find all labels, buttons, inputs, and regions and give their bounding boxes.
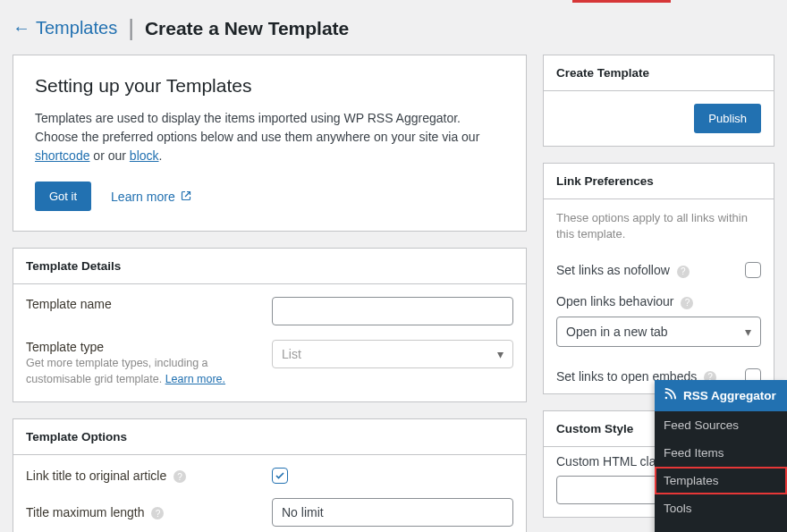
title-max-input[interactable] xyxy=(272,498,513,527)
behaviour-select[interactable]: Open in a new tab ▾ xyxy=(556,317,761,347)
admin-menu-item-templates[interactable]: Templates xyxy=(655,467,787,494)
intro-panel: Setting up your Templates Templates are … xyxy=(13,55,527,232)
external-link-icon xyxy=(181,190,191,204)
help-icon[interactable]: ? xyxy=(151,507,164,519)
publish-button[interactable]: Publish xyxy=(694,104,761,133)
create-template-panel: Create Template Publish xyxy=(543,55,774,147)
admin-menu: RSS Aggregator Feed SourcesFeed ItemsTem… xyxy=(655,380,787,532)
svg-point-0 xyxy=(665,397,668,400)
breadcrumb-back-link[interactable]: Templates xyxy=(36,18,117,38)
behaviour-label: Open links behaviour xyxy=(556,294,674,308)
admin-menu-item-feed-sources[interactable]: Feed Sources xyxy=(655,411,787,439)
accent-bar xyxy=(572,0,671,3)
template-type-select[interactable]: List ▾ xyxy=(272,340,513,368)
template-details-panel: Template Details Template name Template … xyxy=(13,248,527,402)
chevron-down-icon: ▾ xyxy=(497,347,504,361)
back-arrow-icon[interactable]: ← xyxy=(13,18,30,38)
template-type-sub: Get more template types, including a cus… xyxy=(26,356,263,387)
chevron-down-icon: ▾ xyxy=(745,325,751,339)
link-title-label: Link title to original article xyxy=(26,469,166,483)
help-icon[interactable]: ? xyxy=(173,470,186,483)
intro-heading: Setting up your Templates xyxy=(35,75,504,97)
template-options-title: Template Options xyxy=(13,419,526,455)
learn-more-link[interactable]: Learn more xyxy=(111,190,191,204)
admin-menu-head-label: RSS Aggregator xyxy=(683,389,776,402)
title-max-label: Title maximum length xyxy=(26,505,145,519)
block-link[interactable]: block xyxy=(130,148,159,163)
admin-menu-item-tools[interactable]: Tools xyxy=(655,494,787,522)
rss-icon xyxy=(664,388,676,403)
link-title-checkbox[interactable] xyxy=(272,468,288,484)
template-type-learn-more[interactable]: Learn more. xyxy=(165,373,225,385)
admin-menu-item-settings[interactable]: Settings xyxy=(655,522,787,532)
nofollow-checkbox[interactable] xyxy=(745,262,761,278)
admin-menu-head[interactable]: RSS Aggregator xyxy=(655,380,787,411)
breadcrumb: ← Templates | Create a New Template xyxy=(0,0,787,55)
shortcode-link[interactable]: shortcode xyxy=(35,148,89,163)
template-name-input[interactable] xyxy=(272,297,513,325)
link-preferences-title: Link Preferences xyxy=(544,164,774,199)
page-title: Create a New Template xyxy=(145,18,349,39)
behaviour-value: Open in a new tab xyxy=(566,325,668,339)
template-type-value: List xyxy=(282,347,301,361)
admin-menu-item-feed-items[interactable]: Feed Items xyxy=(655,439,787,467)
help-icon[interactable]: ? xyxy=(677,266,690,278)
create-template-title: Create Template xyxy=(544,55,774,91)
learn-more-label: Learn more xyxy=(111,190,175,204)
nofollow-label: Set links as nofollow xyxy=(556,263,670,277)
template-name-label: Template name xyxy=(26,297,263,311)
link-preferences-panel: Link Preferences These options apply to … xyxy=(543,163,774,394)
help-icon[interactable]: ? xyxy=(681,297,693,309)
breadcrumb-divider: | xyxy=(128,14,134,42)
template-options-panel: Template Options Link title to original … xyxy=(13,418,527,532)
got-it-button[interactable]: Got it xyxy=(35,182,91,211)
template-type-label: Template type xyxy=(26,340,104,354)
intro-text: Templates are used to display the items … xyxy=(35,109,504,165)
template-details-title: Template Details xyxy=(13,249,526,284)
link-preferences-note: These options apply to all links within … xyxy=(544,199,774,253)
